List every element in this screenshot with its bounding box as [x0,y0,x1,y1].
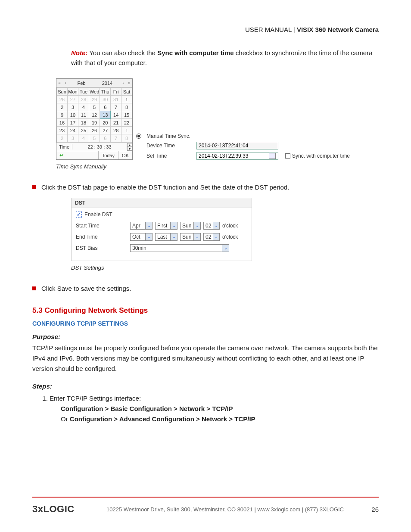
cal-day-cell[interactable]: 27 [67,96,78,103]
dst-bias-label: DST Bias [76,245,128,251]
end-week-select[interactable]: Last⌄ [155,233,177,241]
cal-day-cell[interactable]: 15 [121,111,132,119]
figure-caption-2: DST Settings [71,264,379,271]
cal-day-cell[interactable]: 26 [89,127,100,134]
cal-day-cell[interactable]: 28 [111,127,121,134]
cal-day-cell[interactable]: 8 [121,134,132,142]
end-month-select[interactable]: Oct⌄ [130,233,153,241]
cal-day-cell[interactable]: 19 [89,119,100,127]
calendar-grid: SunMonTueWedThuFriSat 262728293031123456… [56,87,132,142]
enable-dst-checkbox[interactable]: ✓ [76,212,82,218]
step-item: Enter TCP/IP Settings interface: Configu… [50,393,379,424]
header-prefix: USER MANUAL | [245,26,297,33]
cal-day-cell[interactable]: 11 [78,111,89,119]
cal-day-cell[interactable]: 30 [100,96,111,103]
cal-day-cell[interactable]: 2 [57,134,68,142]
cal-day-cell[interactable]: 6 [100,134,111,142]
figure-caption-1: Time Sync Manually [56,163,379,170]
cal-day-cell[interactable]: 23 [57,127,68,134]
back-icon[interactable]: ↩ [56,151,66,159]
cal-day-cell[interactable]: 10 [67,111,78,119]
footer-address: 10225 Westmoor Drive, Suite 300, Westmin… [87,506,363,513]
cal-day-cell[interactable]: 13 [100,111,111,119]
enable-dst-label: Enable DST [84,212,112,218]
cal-month[interactable]: Feb [68,81,94,86]
cal-day-cell[interactable]: 3 [67,103,78,111]
cal-day-cell[interactable]: 21 [111,119,121,127]
cal-year[interactable]: 2014 [94,81,120,86]
cal-day-cell[interactable]: 5 [89,134,100,142]
cal-prev-year-icon[interactable]: « [56,81,62,85]
cal-day-cell[interactable]: 28 [78,96,89,103]
note-label: Note: [71,49,87,56]
start-hour-select[interactable]: 02⌄ [203,222,220,230]
config-path: Configuration > Basic Configuration > Ne… [61,404,379,414]
cal-day-cell[interactable]: 24 [67,127,78,134]
cal-day-cell[interactable]: 17 [67,119,78,127]
cal-day-cell[interactable]: 7 [111,134,121,142]
sync-computer-checkbox[interactable] [285,153,290,159]
chevron-down-icon: ⌄ [145,233,152,240]
cal-day-cell[interactable]: 20 [100,119,111,127]
cal-day-header: Sun [57,88,68,96]
cal-day-cell[interactable]: 12 [89,111,100,119]
cal-day-header: Tue [78,88,89,96]
dst-panel: DST ✓ Enable DST Start Time Apr⌄ First⌄ … [71,198,252,261]
set-time-label: Set Time [146,153,194,159]
start-month-select[interactable]: Apr⌄ [130,222,153,230]
end-day-select[interactable]: Sun⌄ [180,233,201,241]
cal-time-value[interactable]: 22 : 39 : 33 [72,144,127,149]
today-button[interactable]: Today [98,151,118,159]
chevron-down-icon: ⌄ [213,222,219,229]
purpose-text: TCP/IP settings must be properly configu… [32,343,379,374]
page-number: 26 [371,506,379,513]
device-time-value [196,142,278,149]
time-spinner[interactable]: ▲▼ [127,143,132,151]
start-week-select[interactable]: First⌄ [155,222,177,230]
cal-day-cell[interactable]: 4 [78,103,89,111]
cal-day-cell[interactable]: 27 [100,127,111,134]
cal-day-cell[interactable]: 1 [121,96,132,103]
cal-day-cell[interactable]: 6 [100,103,111,111]
step-text: Enter TCP/IP Settings interface: [50,395,141,402]
cal-day-cell[interactable]: 16 [57,119,68,127]
cal-time-label: Time [56,144,72,149]
bullet-icon [32,286,36,290]
header-title: VISIX 360 Network Camera [297,26,379,33]
steps-label: Steps: [32,383,379,390]
ok-button[interactable]: OK [118,151,132,159]
cal-day-cell[interactable]: 18 [78,119,89,127]
cal-day-cell[interactable]: 14 [111,111,121,119]
cal-day-cell[interactable]: 7 [111,103,121,111]
cal-day-cell[interactable]: 5 [89,103,100,111]
dst-bias-select[interactable]: 30min⌄ [130,244,229,252]
end-time-label: End Time [76,234,128,240]
cal-day-cell[interactable]: 31 [111,96,121,103]
cal-day-cell[interactable]: 3 [67,134,78,142]
cal-day-cell[interactable]: 9 [57,111,68,119]
cal-day-cell[interactable]: 8 [121,103,132,111]
cal-day-cell[interactable]: 22 [121,119,132,127]
chevron-down-icon: ⌄ [193,233,200,240]
section-heading: 5.3 Configuring Network Settings [32,306,379,315]
set-time-input[interactable] [196,152,278,160]
cal-day-cell[interactable]: 2 [57,103,68,111]
start-time-label: Start Time [76,223,128,229]
cal-day-cell[interactable]: 25 [78,127,89,134]
note-bold: Sync with computer time [157,49,234,56]
chevron-down-icon: ⌄ [170,233,177,240]
end-hour-select[interactable]: 02⌄ [203,233,220,241]
cal-prev-month-icon[interactable]: ‹ [62,81,68,85]
section-title: Configuring Network Settings [44,306,148,314]
note-block: Note: You can also check the Sync with c… [71,48,379,68]
cal-next-month-icon[interactable]: › [120,81,126,85]
cal-day-cell[interactable]: 26 [57,96,68,103]
cal-day-cell[interactable]: 4 [78,134,89,142]
cal-day-cell[interactable]: 1 [121,127,132,134]
manual-sync-radio[interactable] [136,134,141,139]
device-time-label: Device Time [146,143,194,149]
cal-day-cell[interactable]: 29 [89,96,100,103]
start-day-select[interactable]: Sun⌄ [180,222,201,230]
cal-next-year-icon[interactable]: » [126,81,132,85]
calendar-picker-icon[interactable] [269,153,276,159]
